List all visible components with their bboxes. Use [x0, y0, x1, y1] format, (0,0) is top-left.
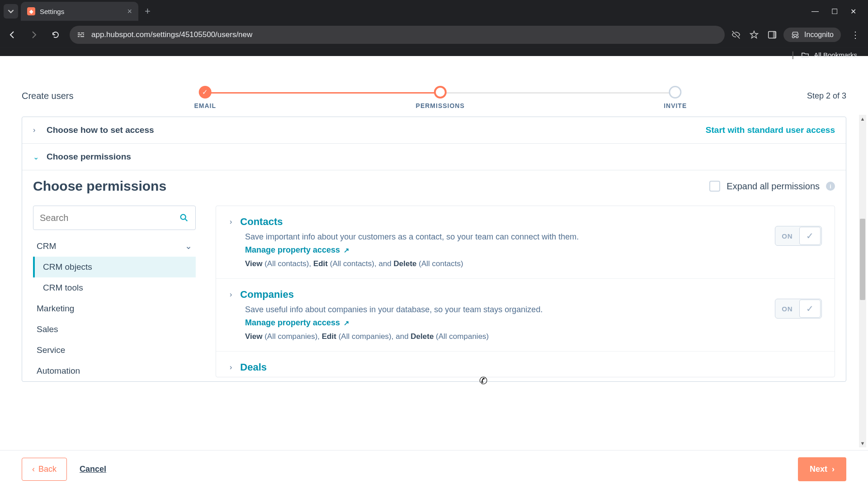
permission-companies: › Companies Save useful info about compa…	[216, 279, 835, 352]
category-crm[interactable]: CRM ⌄	[33, 235, 196, 257]
toggle-knob: ✓	[799, 300, 821, 318]
expand-all-checkbox[interactable]	[709, 181, 720, 192]
category-automation[interactable]: Automation	[33, 361, 196, 381]
eye-off-icon[interactable]	[731, 30, 741, 40]
category-label: Service	[37, 345, 65, 355]
browser-menu-button[interactable]: ⋮	[847, 29, 863, 40]
forward-button[interactable]	[26, 27, 42, 42]
subcategory-label: CRM objects	[43, 262, 92, 272]
permissions-sidebar: CRM ⌄ CRM objects CRM tools Marketing Sa…	[33, 206, 196, 381]
summary-delete: Delete	[394, 259, 417, 268]
permissions-header: Choose permissions Expand all permission…	[33, 178, 835, 194]
scrollbar[interactable]: ▲ ▼	[859, 115, 866, 447]
separator: |	[792, 50, 794, 60]
folder-icon	[801, 51, 809, 59]
maximize-icon[interactable]: ☐	[831, 7, 838, 16]
permission-summary: View (All companies), Edit (All companie…	[245, 332, 821, 341]
star-icon[interactable]	[749, 30, 759, 40]
window-controls: ― ☐ ✕	[811, 7, 864, 16]
svg-rect-1	[81, 33, 84, 33]
toggle-knob: ✓	[799, 227, 821, 245]
tab-search-dropdown[interactable]	[4, 4, 18, 19]
category-sales[interactable]: Sales	[33, 319, 196, 340]
chevron-right-icon: ›	[230, 363, 232, 371]
expand-all-label: Expand all permissions	[726, 181, 820, 192]
search-input[interactable]	[40, 213, 175, 223]
manage-property-access-link[interactable]: Manage property access ↗	[245, 245, 821, 255]
minimize-icon[interactable]: ―	[811, 7, 819, 16]
subcategory-crm-objects[interactable]: CRM objects	[33, 257, 196, 277]
permission-header-row[interactable]: › Contacts	[230, 216, 821, 228]
scroll-up-icon[interactable]: ▲	[859, 115, 866, 123]
step-email[interactable]: ✓ EMAIL	[194, 86, 216, 109]
reload-button[interactable]	[48, 27, 63, 42]
close-window-icon[interactable]: ✕	[850, 7, 856, 16]
summary-delete: Delete	[410, 332, 434, 341]
svg-rect-4	[78, 36, 80, 37]
chevron-down-icon: ⌄	[185, 241, 192, 251]
next-button[interactable]: Next ›	[798, 457, 846, 481]
link-label: Manage property access	[245, 245, 340, 255]
side-panel-icon[interactable]	[767, 30, 777, 40]
access-hint-link[interactable]: Start with standard user access	[706, 125, 835, 135]
permission-header-row[interactable]: › Deals	[230, 361, 821, 373]
permission-toggle[interactable]: ON ✓	[775, 299, 822, 319]
permission-header-row[interactable]: › Companies	[230, 289, 821, 300]
address-bar[interactable]: app.hubspot.com/settings/45105500/users/…	[70, 26, 725, 44]
summary-edit: Edit	[322, 332, 336, 341]
summary-view: View	[245, 259, 262, 268]
chevron-down-icon: ⌄	[33, 153, 42, 161]
back-label: Back	[38, 465, 57, 474]
chevron-right-icon: ›	[230, 218, 232, 226]
step-invite[interactable]: INVITE	[664, 86, 687, 109]
step-label: INVITE	[664, 102, 687, 109]
link-label: Manage property access	[245, 318, 340, 328]
all-bookmarks-button[interactable]: All Bookmarks	[814, 51, 857, 59]
back-button[interactable]	[5, 27, 20, 42]
new-tab-button[interactable]: +	[141, 5, 154, 17]
external-link-icon: ↗	[344, 246, 349, 254]
step-track-fill	[205, 92, 440, 94]
subcategory-crm-tools[interactable]: CRM tools	[33, 277, 196, 298]
arrow-right-icon	[29, 30, 38, 39]
wizard-header: Create users ✓ EMAIL PERMISSIONS INVITE	[0, 77, 868, 108]
permission-title: Deals	[240, 361, 267, 373]
permissions-heading: Choose permissions	[33, 178, 166, 194]
permission-summary: View (All contacts), Edit (All contacts)…	[245, 259, 821, 268]
manage-property-access-link[interactable]: Manage property access ↗	[245, 318, 821, 328]
browser-tab[interactable]: ◆ Settings ×	[21, 2, 138, 21]
category-service[interactable]: Service	[33, 340, 196, 361]
permission-toggle[interactable]: ON ✓	[775, 226, 822, 246]
close-icon[interactable]: ×	[127, 7, 132, 16]
incognito-label: Incognito	[804, 31, 834, 39]
search-icon[interactable]	[179, 213, 189, 223]
toggle-on-label: ON	[775, 305, 799, 313]
address-bar-row: app.hubspot.com/settings/45105500/users/…	[0, 23, 868, 47]
info-icon[interactable]: i	[826, 182, 835, 191]
step-counter: Step 2 of 3	[807, 91, 846, 101]
stepper: ✓ EMAIL PERMISSIONS INVITE	[83, 83, 798, 108]
site-settings-icon[interactable]	[77, 31, 85, 39]
svg-rect-3	[83, 34, 84, 35]
scroll-down-icon[interactable]: ▼	[859, 439, 866, 447]
category-marketing[interactable]: Marketing	[33, 298, 196, 319]
permission-contacts: › Contacts Save important info about you…	[216, 206, 835, 279]
toggle-on-label: ON	[775, 232, 799, 240]
search-box[interactable]	[33, 206, 196, 230]
step-label: EMAIL	[194, 102, 216, 109]
chevron-right-icon: ›	[832, 465, 835, 474]
incognito-chip[interactable]: Incognito	[783, 28, 841, 42]
permission-description: Save important info about your customers…	[245, 232, 821, 242]
accordion-permissions[interactable]: ⌄ Choose permissions	[22, 144, 846, 170]
cancel-button[interactable]: Cancel	[80, 465, 106, 474]
summary-edit-scope: (All contacts), and	[330, 259, 392, 268]
summary-delete-scope: (All companies)	[436, 332, 489, 341]
permissions-body: Choose permissions Expand all permission…	[22, 170, 846, 381]
accordion-title: Choose permissions	[47, 152, 131, 162]
chevron-left-icon: ‹	[32, 465, 35, 474]
step-permissions[interactable]: PERMISSIONS	[416, 86, 465, 109]
back-button[interactable]: ‹ Back	[22, 458, 67, 481]
subcategory-label: CRM tools	[43, 283, 83, 292]
scrollbar-thumb[interactable]	[860, 219, 865, 300]
accordion-access[interactable]: › Choose how to set access Start with st…	[22, 117, 846, 144]
